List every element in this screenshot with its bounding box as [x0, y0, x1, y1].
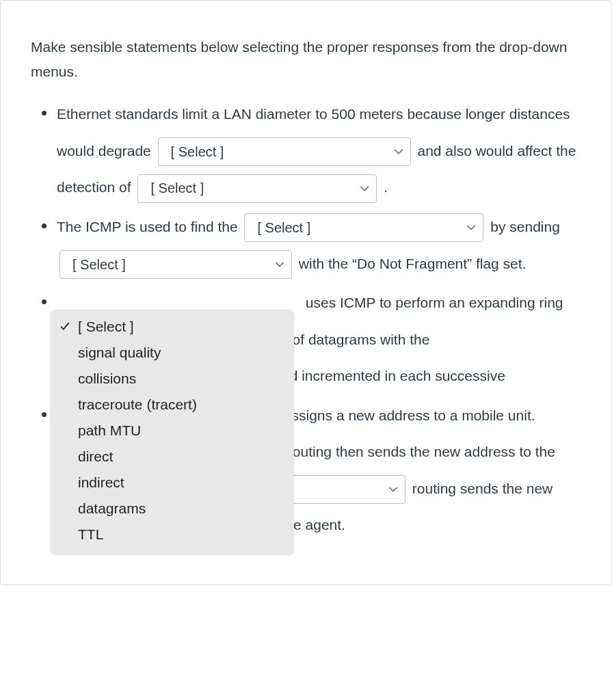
select-1b[interactable]: [ Select ]: [137, 174, 377, 203]
option-label: TTL: [78, 526, 103, 543]
option-label: indirect: [78, 474, 124, 491]
select-2a[interactable]: [ Select ]: [244, 213, 483, 242]
select-option-indirect[interactable]: indirect: [51, 470, 294, 496]
question-panel: Make sensible statements below selecting…: [0, 0, 612, 585]
select-option-traceroute[interactable]: traceroute (tracert): [51, 392, 294, 418]
text-fragment: with the “Do Not Fragment” flag set.: [299, 256, 527, 271]
chevron-down-icon: [466, 223, 476, 232]
select-option-ttl[interactable]: TTL: [51, 522, 294, 548]
option-label: traceroute (tracert): [78, 396, 197, 413]
select-option-direct[interactable]: direct: [51, 444, 294, 470]
select-option-placeholder[interactable]: [ Select ]: [51, 314, 294, 340]
statement-1: Ethernet standards limit a LAN diameter …: [46, 96, 581, 206]
option-label: [ Select ]: [78, 319, 134, 335]
text-fragment: .: [384, 179, 388, 195]
chevron-down-icon: [394, 147, 403, 157]
text-fragment: uses ICMP to perform an expanding ring: [306, 295, 563, 310]
checkmark-icon: [59, 321, 71, 333]
option-label: datagrams: [78, 500, 146, 517]
select-option-collisions[interactable]: collisions: [51, 366, 294, 392]
select-1a[interactable]: [ Select ]: [158, 137, 411, 166]
text-fragment: field incremented in each successive: [271, 368, 505, 383]
select-option-signal-quality[interactable]: signal quality: [51, 340, 294, 366]
statement-2: The ICMP is used to find the [ Select ] …: [46, 208, 581, 282]
chevron-down-icon: [275, 260, 284, 269]
select-placeholder: [ Select ]: [171, 135, 224, 170]
select-dropdown-listbox[interactable]: [ Select ] signal quality collisions tra…: [51, 310, 294, 554]
text-fragment: by sending: [490, 219, 560, 234]
chevron-down-icon: [360, 184, 369, 193]
select-placeholder: [ Select ]: [257, 211, 310, 245]
select-placeholder: [ Select ]: [72, 247, 126, 282]
select-2b[interactable]: [ Select ]: [59, 250, 292, 279]
option-label: path MTU: [78, 422, 141, 439]
text-fragment: The ICMP is used to find the: [57, 219, 241, 234]
select-placeholder: [ Select ]: [150, 171, 204, 206]
option-label: direct: [78, 448, 113, 465]
text-fragment: assigns a new address to a mobile unit.: [284, 407, 535, 423]
chevron-down-icon: [388, 485, 398, 494]
select-option-path-mtu[interactable]: path MTU: [51, 418, 294, 444]
option-label: signal quality: [78, 345, 161, 361]
instructions-text: Make sensible statements below selecting…: [31, 35, 581, 83]
option-label: collisions: [78, 371, 136, 387]
select-option-datagrams[interactable]: datagrams: [51, 496, 294, 522]
